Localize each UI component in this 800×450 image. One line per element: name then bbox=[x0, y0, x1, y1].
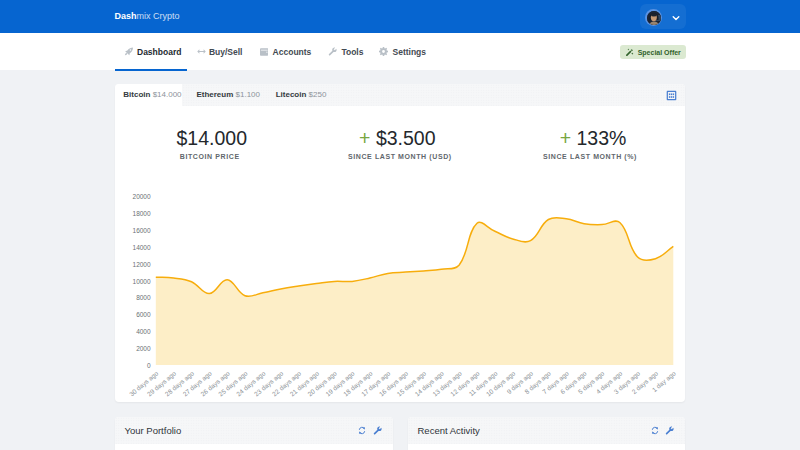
svg-text:6000: 6000 bbox=[136, 311, 151, 318]
svg-text:12000: 12000 bbox=[132, 260, 150, 267]
svg-text:18000: 18000 bbox=[132, 210, 150, 217]
svg-text:14000: 14000 bbox=[132, 243, 150, 250]
svg-text:4000: 4000 bbox=[136, 328, 151, 335]
svg-text:0: 0 bbox=[146, 361, 150, 368]
svg-text:10000: 10000 bbox=[132, 277, 150, 284]
svg-text:2000: 2000 bbox=[136, 344, 151, 351]
svg-text:16000: 16000 bbox=[132, 227, 150, 234]
svg-text:8000: 8000 bbox=[136, 294, 151, 301]
svg-text:20000: 20000 bbox=[132, 193, 150, 200]
